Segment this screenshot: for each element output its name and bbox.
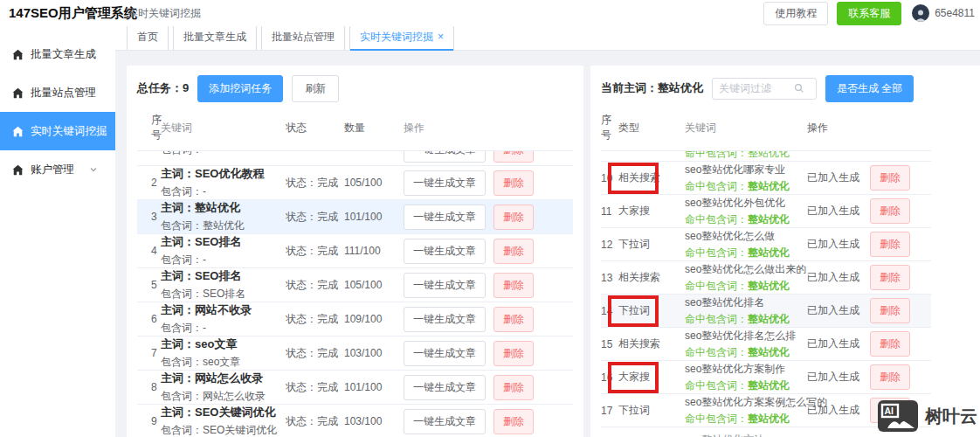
keyword-filter-input[interactable] [719,82,794,94]
keyword-ops-cell: 已加入生成 删除 [807,364,931,390]
col-header-keyword: 关键词 [685,121,807,135]
tab-keyword-mining[interactable]: 实时关键词挖掘× [349,24,454,50]
task-status: 状态：完成 [286,380,344,395]
sidebar-item-batch-article[interactable]: 批量文章生成 [0,35,115,73]
sidebar-item-account[interactable]: 账户管理 [0,150,115,189]
keyword-cell: seo整站优化排名怎么排 命中包含词：整站优化 [685,329,807,360]
tutorial-button[interactable]: 使用教程 [763,2,828,25]
generate-article-button[interactable]: 一键生成文章 [404,151,486,163]
added-status-label: 已加入生成 [807,204,859,218]
delete-button[interactable]: 删除 [870,298,910,323]
username-label[interactable]: 65e4811 [935,7,975,19]
task-keyword-cell: 主词：SEO优化教程 包含词：- [161,166,286,199]
generate-article-button[interactable]: 一键生成文章 [404,239,486,264]
sidebar-item-label: 批量站点管理 [31,86,96,101]
keyword-prefix: 主词： [161,235,195,248]
task-row: 7 主词：seo文章 包含词：seo文章 状态：完成 103/100 一键生成文… [137,336,573,371]
delete-button[interactable]: 删除 [493,375,534,400]
add-task-button[interactable]: 添加挖词任务 [197,75,283,102]
hit-word: 整站优化 [748,246,790,259]
delete-button[interactable]: 删除 [870,265,910,290]
keyword-type: 下拉词 [618,238,650,250]
generate-article-button[interactable]: 一键生成文章 [404,205,486,230]
sidebar-item-label: 实时关键词挖掘 [31,124,107,139]
delete-button[interactable]: 删除 [493,273,534,298]
delete-button[interactable]: 删除 [493,409,534,434]
task-ops-cell: 一键生成文章 删除 [404,239,573,264]
keyword-text: seo整站优化排名 [685,295,807,310]
keyword-type-cell: 相关搜索 [618,336,685,351]
delete-button[interactable]: 删除 [870,165,910,191]
generate-article-button[interactable]: 一键生成文章 [404,170,486,196]
delete-button[interactable]: 删除 [870,232,910,257]
delete-button[interactable]: 删除 [870,364,910,390]
delete-button[interactable]: 删除 [870,198,910,224]
home-icon [12,49,24,60]
contact-support-button[interactable]: 联系客服 [837,2,901,25]
current-word-prefix: 当前主词： [601,81,658,94]
task-keyword-cell: 主词：整站优化 包含词：整站优化 [161,200,286,233]
watermark: AI 树叶云 [877,399,977,433]
generate-article-button[interactable]: 一键生成文章 [404,375,486,400]
keyword-row: 10 相关搜索 seo整站优化哪家专业 命中包含词：整站优化 已加入生成 删除 [601,162,931,195]
keyword-row: 13 相关搜索 seo整站优化怎么做出来的 命中包含词：整站优化 已加入生成 删… [601,261,931,295]
keyword-cell: seo整站优化方案案例怎么写的 命中包含词：整站优化 [685,395,807,427]
col-header-keyword: 关键词 [161,121,286,135]
include-prefix: 包含词： [161,424,203,436]
home-icon [12,87,24,99]
user-avatar[interactable] [912,4,929,22]
task-keyword-cell: 主词：网站不收录 包含词：- [161,302,286,336]
sidebar: 批量文章生成 批量站点管理 实时关键词挖掘 账户管理 [0,26,115,437]
generate-article-button[interactable]: 一键生成文章 [404,273,486,298]
keyword-cell: seo整站优化哪家专业 命中包含词：整站优化 [685,163,807,194]
total-tasks-text: 总任务： [137,81,183,94]
generate-all-button[interactable]: 是否生成 全部 [825,75,914,102]
keyword-type: 大家搜 [618,205,650,217]
col-header-no: 序号 [601,113,618,142]
delete-button[interactable]: 删除 [493,239,534,264]
generate-article-button[interactable]: 一键生成文章 [404,341,486,366]
generate-article-button[interactable]: 一键生成文章 [404,307,486,332]
task-keyword: 网站不收录 [195,303,252,316]
delete-button[interactable]: 删除 [870,331,910,357]
tab-batch-site[interactable]: 批量站点管理 [261,24,345,50]
generate-article-button[interactable]: 一键生成文章 [404,409,486,434]
delete-button[interactable]: 删除 [493,205,534,230]
tab-batch-article[interactable]: 批量文章生成 [173,24,257,50]
task-status: 状态：完成 [286,278,344,293]
keyword-prefix: 主词： [161,406,195,419]
keyword-type-cell: 下拉词 [618,237,685,252]
refresh-button[interactable]: 刷新 [292,75,339,102]
task-keyword: 网站怎么收录 [195,371,263,385]
hit-prefix: 命中包含词： [685,213,748,225]
task-row-no: 6 [137,313,161,325]
keyword-row: 12 下拉词 seo整站优化怎么做 命中包含词：整站优化 已加入生成 删除 [601,228,931,261]
keyword-text: seo整站优化怎么做 [685,229,807,244]
task-status: 状态：完成 [286,176,344,191]
tab-home[interactable]: 首页 [127,24,169,50]
include-prefix: 包含词： [161,322,203,334]
delete-button[interactable]: 删除 [493,151,534,163]
keyword-row-no: 12 [601,239,618,251]
delete-button[interactable]: 删除 [493,307,534,332]
task-ops-cell: 一键生成文章 删除 [404,409,573,434]
keyword-table-header: 序号 类型 关键词 操作 [601,108,931,151]
col-header-type: 类型 [618,121,685,135]
task-status: 状态：完成 [286,346,344,361]
task-keyword-cell: 主词：SEO排名 包含词：- [161,234,286,267]
added-status-label: 已加入生成 [807,170,859,185]
hit-word: 整站优化 [748,213,790,225]
keyword-cell: seo整站优化怎么做出来的 命中包含词：整站优化 [685,262,807,294]
keyword-text: seo整站优化哪家专业 [685,163,807,177]
task-panel-header: 总任务：9 添加挖词任务 刷新 [137,76,573,101]
delete-button[interactable]: 删除 [493,341,534,366]
hit-prefix: 命中包含词： [685,180,748,192]
sidebar-item-keyword-mining[interactable]: 实时关键词挖掘 [0,112,115,150]
tab-close-icon[interactable]: × [438,31,444,43]
sidebar-item-batch-site[interactable]: 批量站点管理 [0,73,115,112]
task-keyword: seo文章 [195,337,237,350]
hit-prefix: 命中包含词： [685,280,748,292]
keyword-text: seo整站优化怎么做出来的 [685,262,807,277]
hit-word: 整站优化 [748,280,790,292]
delete-button[interactable]: 删除 [493,170,534,196]
